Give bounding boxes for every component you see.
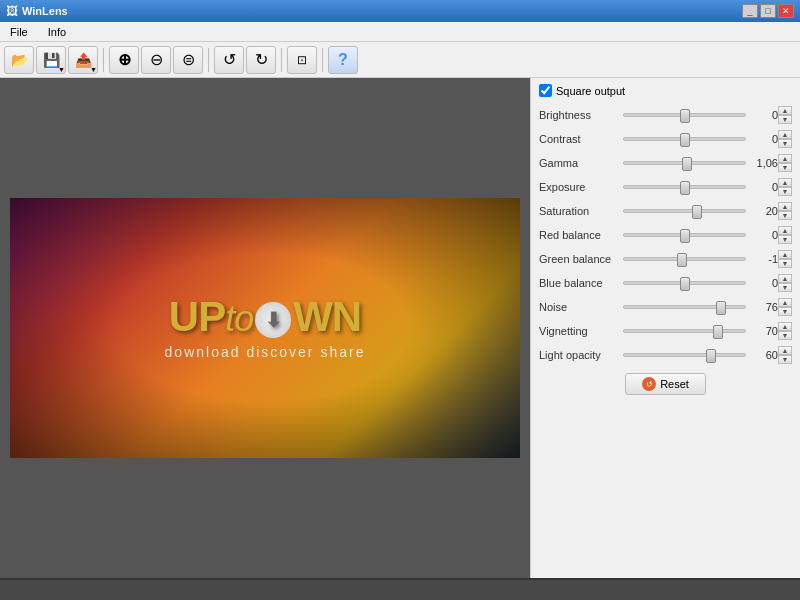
brightness-down[interactable]: ▼ [778, 115, 792, 124]
noise-down[interactable]: ▼ [778, 307, 792, 316]
reset-button[interactable]: ↺ Reset [625, 373, 706, 395]
export-button[interactable]: 📤 ▼ [68, 46, 98, 74]
saturation-track[interactable] [623, 209, 746, 213]
vignetting-up[interactable]: ▲ [778, 322, 792, 331]
brightness-row: Brightness 0 ▲ ▼ [539, 105, 792, 125]
contrast-down[interactable]: ▼ [778, 139, 792, 148]
contrast-track[interactable] [623, 137, 746, 141]
square-output-row: Square output [539, 84, 792, 97]
red-balance-up[interactable]: ▲ [778, 226, 792, 235]
canvas-area: UPto⬇WN download discover share [0, 78, 530, 578]
green-balance-row: Green balance -1 ▲ ▼ [539, 249, 792, 269]
vignetting-label: Vignetting [539, 325, 619, 337]
blue-balance-label: Blue balance [539, 277, 619, 289]
help-button[interactable]: ? [328, 46, 358, 74]
light-opacity-thumb[interactable] [706, 349, 716, 363]
logo-to: to [225, 298, 253, 339]
exposure-down[interactable]: ▼ [778, 187, 792, 196]
minimize-button[interactable]: _ [742, 4, 758, 18]
blue-balance-up[interactable]: ▲ [778, 274, 792, 283]
gamma-down[interactable]: ▼ [778, 163, 792, 172]
exposure-thumb[interactable] [680, 181, 690, 195]
sliders-container: Brightness 0 ▲ ▼ Contrast 0 ▲ [539, 105, 792, 365]
vignetting-thumb[interactable] [713, 325, 723, 339]
maximize-button[interactable]: □ [760, 4, 776, 18]
saturation-value: 20 [750, 205, 778, 217]
brightness-up[interactable]: ▲ [778, 106, 792, 115]
noise-spinner[interactable]: ▲ ▼ [778, 298, 792, 316]
exposure-track[interactable] [623, 185, 746, 189]
square-output-checkbox[interactable] [539, 84, 552, 97]
window-title: WinLens [22, 5, 68, 17]
square-output-label[interactable]: Square output [556, 85, 625, 97]
blue-balance-track[interactable] [623, 281, 746, 285]
red-balance-value: 0 [750, 229, 778, 241]
light-opacity-track[interactable] [623, 353, 746, 357]
blue-balance-down[interactable]: ▼ [778, 283, 792, 292]
gamma-value: 1,06 [750, 157, 778, 169]
green-balance-spinner[interactable]: ▲ ▼ [778, 250, 792, 268]
close-button[interactable]: ✕ [778, 4, 794, 18]
save-button[interactable]: 💾 ▼ [36, 46, 66, 74]
red-balance-thumb[interactable] [680, 229, 690, 243]
light-opacity-up[interactable]: ▲ [778, 346, 792, 355]
rotate-left-button[interactable]: ↺ [214, 46, 244, 74]
logo-down: WN [293, 293, 361, 340]
blue-balance-value: 0 [750, 277, 778, 289]
green-balance-down[interactable]: ▼ [778, 259, 792, 268]
brightness-thumb[interactable] [680, 109, 690, 123]
noise-label: Noise [539, 301, 619, 313]
zoom-in-button[interactable]: ⊕ [109, 46, 139, 74]
gamma-thumb[interactable] [682, 157, 692, 171]
green-balance-label: Green balance [539, 253, 619, 265]
gamma-spinner[interactable]: ▲ ▼ [778, 154, 792, 172]
right-panel: Square output Brightness 0 ▲ ▼ Contrast [530, 78, 800, 578]
menu-bar: File Info [0, 22, 800, 42]
contrast-up[interactable]: ▲ [778, 130, 792, 139]
red-balance-down[interactable]: ▼ [778, 235, 792, 244]
red-balance-spinner[interactable]: ▲ ▼ [778, 226, 792, 244]
blue-balance-thumb[interactable] [680, 277, 690, 291]
vignetting-down[interactable]: ▼ [778, 331, 792, 340]
blue-balance-spinner[interactable]: ▲ ▼ [778, 274, 792, 292]
exposure-up[interactable]: ▲ [778, 178, 792, 187]
brightness-track[interactable] [623, 113, 746, 117]
gamma-track[interactable] [623, 161, 746, 165]
vignetting-row: Vignetting 70 ▲ ▼ [539, 321, 792, 341]
save-dropdown-arrow[interactable]: ▼ [58, 66, 65, 73]
exposure-spinner[interactable]: ▲ ▼ [778, 178, 792, 196]
light-opacity-spinner[interactable]: ▲ ▼ [778, 346, 792, 364]
gamma-up[interactable]: ▲ [778, 154, 792, 163]
saturation-row: Saturation 20 ▲ ▼ [539, 201, 792, 221]
bottom-panel: UP·D☟WN No Vignette Vignette 1 Vignette … [0, 578, 800, 600]
saturation-down[interactable]: ▼ [778, 211, 792, 220]
menu-file[interactable]: File [4, 25, 34, 39]
noise-up[interactable]: ▲ [778, 298, 792, 307]
exposure-value: 0 [750, 181, 778, 193]
vignetting-spinner[interactable]: ▲ ▼ [778, 322, 792, 340]
saturation-up[interactable]: ▲ [778, 202, 792, 211]
toolbar-separator-3 [281, 48, 282, 72]
fullscreen-button[interactable]: ⊡ [287, 46, 317, 74]
red-balance-track[interactable] [623, 233, 746, 237]
contrast-spinner[interactable]: ▲ ▼ [778, 130, 792, 148]
open-button[interactable]: 📂 [4, 46, 34, 74]
light-opacity-down[interactable]: ▼ [778, 355, 792, 364]
saturation-spinner[interactable]: ▲ ▼ [778, 202, 792, 220]
zoom-out-button[interactable]: ⊖ [141, 46, 171, 74]
export-dropdown-arrow[interactable]: ▼ [90, 66, 97, 73]
green-balance-up[interactable]: ▲ [778, 250, 792, 259]
vignetting-track[interactable] [623, 329, 746, 333]
menu-info[interactable]: Info [42, 25, 72, 39]
noise-track[interactable] [623, 305, 746, 309]
green-balance-track[interactable] [623, 257, 746, 261]
saturation-thumb[interactable] [692, 205, 702, 219]
noise-thumb[interactable] [716, 301, 726, 315]
brightness-spinner[interactable]: ▲ ▼ [778, 106, 792, 124]
reset-icon: ↺ [642, 377, 656, 391]
zoom-fit-button[interactable]: ⊜ [173, 46, 203, 74]
contrast-thumb[interactable] [680, 133, 690, 147]
green-balance-thumb[interactable] [677, 253, 687, 267]
rotate-right-button[interactable]: ↻ [246, 46, 276, 74]
reset-section: ↺ Reset [539, 373, 792, 395]
